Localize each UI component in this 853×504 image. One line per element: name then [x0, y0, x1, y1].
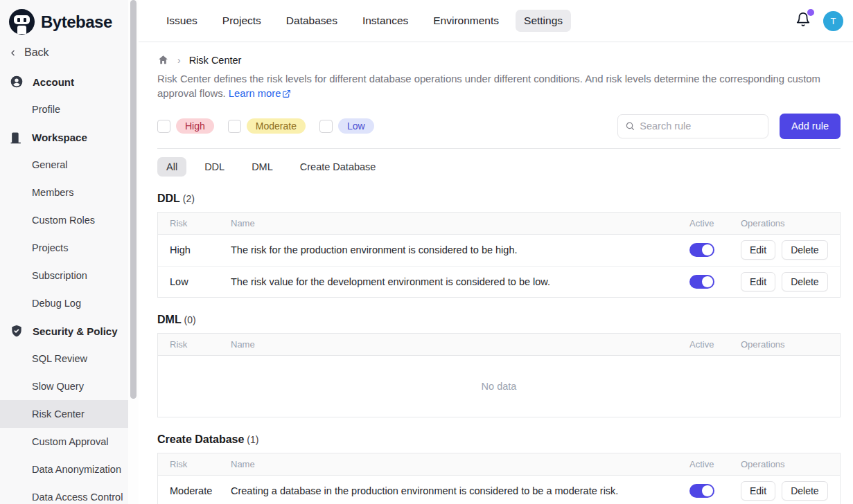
top-navigation-bar: IssuesProjectsDatabasesInstancesEnvironm… — [139, 0, 853, 42]
section-name: DDL — [157, 192, 180, 204]
sidebar-item-custom-approval[interactable]: Custom Approval — [0, 428, 128, 456]
tab-dml[interactable]: DML — [243, 157, 282, 177]
sidebar-item-subscription[interactable]: Subscription — [0, 262, 128, 289]
notifications-button[interactable] — [795, 12, 811, 30]
column-header-operations: Operations — [729, 339, 840, 350]
sidebar-item-custom-roles[interactable]: Custom Roles — [0, 206, 128, 234]
delete-button[interactable]: Delete — [782, 240, 827, 260]
active-toggle[interactable] — [689, 484, 714, 498]
breadcrumb-current: Risk Center — [189, 55, 242, 66]
rule-table-create-database: RiskNameActiveOperationsModerateCreating… — [157, 453, 841, 504]
rule-name-cell: Creating a database in the production en… — [219, 485, 678, 496]
rule-table-dml: RiskNameActiveOperationsNo data — [157, 333, 841, 417]
risk-cell: High — [158, 244, 219, 255]
table-row: LowThe risk value for the development en… — [158, 266, 840, 297]
sidebar-section-label: Security & Policy — [33, 325, 118, 337]
table-row: ModerateCreating a database in the produ… — [158, 476, 840, 504]
home-icon[interactable] — [157, 54, 169, 66]
column-header-risk: Risk — [158, 459, 219, 469]
active-toggle[interactable] — [689, 275, 714, 289]
page-description: Risk Center defines the risk levels for … — [157, 72, 829, 103]
rule-table-ddl: RiskNameActiveOperationsHighThe risk for… — [157, 212, 841, 298]
sidebar-item-debug-log[interactable]: Debug Log — [0, 289, 128, 317]
sidebar-item-risk-center[interactable]: Risk Center — [0, 400, 128, 428]
sidebar-item-data-access-control[interactable]: Data Access Control — [0, 483, 128, 504]
section-title-create-database: Create Database (1) — [157, 433, 841, 446]
active-toggle[interactable] — [689, 243, 714, 257]
sidebar-section-label: Account — [33, 76, 74, 88]
nav-item-settings[interactable]: Settings — [516, 10, 571, 32]
sidebar-section-security-policy: Security & Policy — [0, 317, 128, 345]
back-button[interactable]: Back — [0, 39, 128, 66]
delete-button[interactable]: Delete — [782, 272, 827, 291]
section-count: (1) — [244, 434, 258, 445]
filter-low[interactable]: Low — [319, 118, 374, 134]
sidebar-item-slow-query[interactable]: Slow Query — [0, 372, 128, 400]
edit-button[interactable]: Edit — [741, 240, 775, 260]
sidebar-item-data-anonymization[interactable]: Data Anonymization — [0, 456, 128, 483]
learn-more-link[interactable]: Learn more — [229, 88, 291, 99]
sidebar-item-members[interactable]: Members — [0, 179, 128, 206]
section-count: (0) — [182, 314, 196, 325]
sidebar-item-sql-review[interactable]: SQL Review — [0, 345, 128, 372]
sidebar-section-workspace: Workspace — [0, 123, 128, 151]
tab-all[interactable]: All — [157, 157, 186, 177]
tab-create-database[interactable]: Create Database — [291, 157, 385, 177]
nav-item-instances[interactable]: Instances — [354, 10, 416, 32]
sidebar-item-projects[interactable]: Projects — [0, 234, 128, 262]
category-tabs: AllDDLDMLCreate Database — [157, 157, 841, 177]
active-cell — [678, 275, 729, 289]
edit-button[interactable]: Edit — [741, 481, 775, 501]
section-name: DML — [157, 314, 182, 325]
filter-moderate[interactable]: Moderate — [228, 118, 306, 134]
nav-item-issues[interactable]: Issues — [158, 10, 206, 32]
bytebase-logo-icon — [9, 9, 35, 35]
sidebar-item-profile[interactable]: Profile — [0, 96, 128, 123]
back-label: Back — [24, 46, 49, 59]
column-header-name: Name — [219, 218, 678, 228]
scrollbar-thumb[interactable] — [130, 0, 137, 399]
nav-item-environments[interactable]: Environments — [425, 10, 507, 32]
nav-item-projects[interactable]: Projects — [214, 10, 270, 32]
chevron-left-icon — [8, 48, 17, 57]
empty-state: No data — [158, 356, 840, 417]
building-icon — [10, 131, 23, 144]
delete-button[interactable]: Delete — [782, 481, 827, 501]
add-rule-button[interactable]: Add rule — [780, 114, 841, 139]
column-header-name: Name — [219, 459, 678, 469]
edit-button[interactable]: Edit — [741, 272, 775, 291]
operations-cell: EditDelete — [729, 481, 840, 501]
nav-item-databases[interactable]: Databases — [278, 10, 346, 32]
risk-center-page: › Risk Center Risk Center defines the ri… — [139, 42, 853, 504]
toggle-knob — [702, 276, 713, 287]
settings-sidebar: Bytebase Back AccountProfileWorkspaceGen… — [0, 0, 128, 504]
checkbox-high[interactable] — [157, 120, 170, 133]
toggle-knob — [702, 244, 713, 255]
notification-badge — [807, 9, 814, 16]
sidebar-scrollbar[interactable] — [128, 0, 139, 504]
tab-ddl[interactable]: DDL — [195, 157, 234, 177]
avatar[interactable]: T — [823, 11, 843, 31]
filter-high[interactable]: High — [157, 118, 214, 134]
operations-buttons: EditDelete — [741, 481, 840, 501]
toggle-knob — [702, 485, 713, 496]
operations-buttons: EditDelete — [741, 240, 840, 260]
bytebase-logo[interactable]: Bytebase — [0, 0, 128, 39]
breadcrumb: › Risk Center — [157, 54, 841, 66]
main-area: IssuesProjectsDatabasesInstancesEnvironm… — [139, 0, 853, 504]
checkbox-low[interactable] — [319, 120, 333, 133]
checkbox-moderate[interactable] — [228, 120, 241, 133]
column-header-active: Active — [678, 218, 729, 228]
table-header-row: RiskNameActiveOperations — [158, 453, 840, 476]
app-window: Bytebase Back AccountProfileWorkspaceGen… — [0, 0, 853, 504]
sidebar-item-general[interactable]: General — [0, 151, 128, 179]
rule-name-cell: The risk value for the development envir… — [219, 276, 678, 287]
section-name: Create Database — [157, 433, 244, 445]
column-header-active: Active — [678, 459, 729, 469]
search-rule-box[interactable] — [617, 114, 768, 138]
search-rule-input[interactable] — [640, 120, 761, 132]
filter-toolbar: HighModerateLow Add rule — [157, 114, 841, 149]
operations-cell: EditDelete — [729, 272, 840, 291]
risk-level-filters: HighModerateLow — [157, 118, 388, 134]
brand-name: Bytebase — [41, 12, 112, 32]
